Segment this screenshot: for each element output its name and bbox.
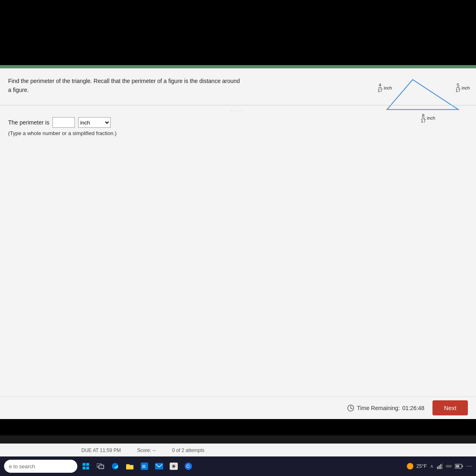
store-icon[interactable]: ⊞ (138, 460, 151, 472)
svg-text:⊞: ⊞ (142, 464, 146, 469)
app-icon[interactable]: O (182, 460, 194, 472)
svg-rect-10 (126, 465, 133, 469)
svg-rect-4 (83, 463, 85, 466)
divider-dots: ..... (231, 107, 245, 112)
footer-section: DUE AT 11:59 PM Score: -- 0 of 2 attempt… (81, 448, 204, 453)
hint-text: (Type a whole number or a simplified fra… (8, 130, 117, 140)
battery-icon (455, 463, 463, 469)
search-text: e to search (9, 463, 35, 469)
svg-rect-6 (83, 467, 85, 469)
svg-rect-9 (99, 465, 104, 469)
mail-icon[interactable] (153, 460, 165, 472)
tray-up-arrow[interactable]: ∧ (430, 463, 434, 469)
camera-icon[interactable] (168, 460, 180, 472)
svg-rect-7 (86, 467, 89, 469)
search-bar[interactable]: e to search (4, 460, 77, 473)
perimeter-input[interactable] (52, 117, 75, 128)
side-bottom-label: 817 inch (420, 113, 435, 123)
svg-rect-25 (456, 465, 459, 467)
weather-temp: 25°F (417, 463, 427, 469)
answer-section: The perimeter is inch ft cm (Type a whol… (8, 117, 117, 140)
svg-rect-5 (86, 463, 89, 466)
taskbar-right: 25°F ∧ ⋯ (407, 463, 472, 469)
attempts: 0 of 2 attempts (172, 448, 204, 453)
svg-rect-23 (446, 465, 452, 467)
windows-button[interactable] (80, 460, 92, 472)
taskview-button[interactable] (94, 460, 107, 472)
perimeter-label: The perimeter is (8, 119, 49, 126)
network-icon (437, 463, 443, 469)
due-date: DUE AT 11:59 PM (81, 448, 121, 453)
svg-rect-26 (462, 465, 463, 467)
svg-rect-13 (155, 463, 163, 469)
unit-dropdown[interactable]: inch ft cm (78, 117, 111, 128)
score-section: Score: -- (137, 448, 156, 453)
side-left-label: 417 inch (377, 83, 392, 93)
timer-label: Time Remaining: (357, 405, 400, 411)
question-text: Find the perimeter of the triangle. Reca… (8, 76, 342, 95)
timer-section: Time Remaining: 01:26:48 (347, 404, 424, 412)
next-button[interactable]: Next (432, 400, 468, 415)
wifi-icon: ⋯ (466, 463, 472, 469)
svg-line-3 (351, 408, 352, 409)
edge-browser-icon[interactable] (109, 460, 121, 472)
svg-point-16 (173, 465, 175, 467)
svg-rect-19 (437, 467, 438, 469)
svg-rect-21 (440, 464, 441, 469)
clock-icon (347, 404, 354, 412)
weather-icon (407, 463, 413, 469)
triangle-diagram (376, 74, 462, 115)
side-right-label: 517 inch (455, 83, 470, 93)
file-explorer-icon[interactable] (124, 460, 136, 472)
svg-text:O: O (186, 464, 190, 469)
sound-icon (446, 463, 452, 469)
svg-rect-20 (439, 465, 440, 469)
timer-value: 01:26:48 (402, 405, 425, 411)
svg-rect-22 (442, 463, 443, 469)
